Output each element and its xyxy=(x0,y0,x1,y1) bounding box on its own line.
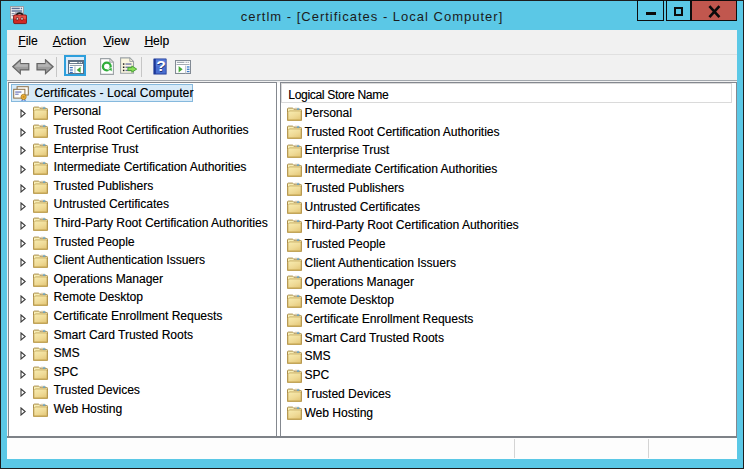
svg-text:?: ? xyxy=(156,58,165,74)
